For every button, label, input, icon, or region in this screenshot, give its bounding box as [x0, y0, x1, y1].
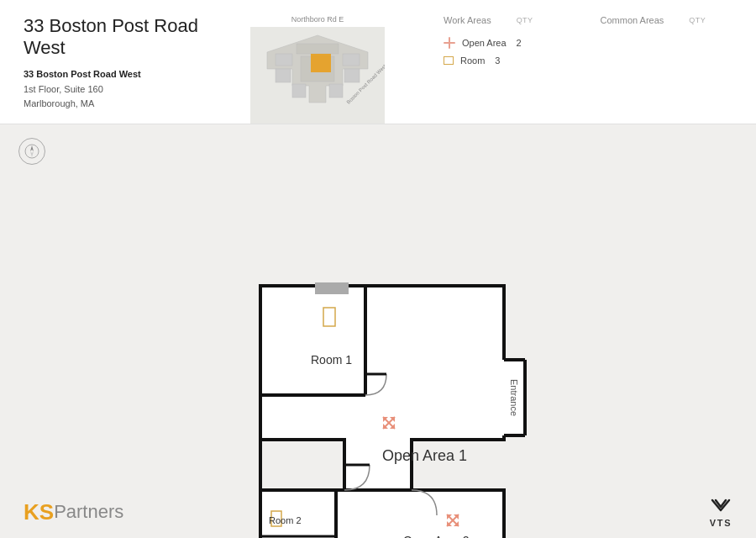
svg-rect-8 [292, 84, 306, 98]
legend-item-room: Room 3 [444, 55, 533, 66]
svg-rect-4 [276, 54, 292, 66]
map-image: Boston Post Road West [250, 27, 385, 124]
room2-label: Room 2 [269, 515, 302, 525]
map-street-label: Northboro Rd E [291, 15, 344, 24]
entrance-label: Entrance [509, 379, 519, 416]
common-areas-title: Common Areas [601, 15, 664, 25]
svg-rect-27 [336, 490, 504, 538]
header: 33 Boston Post Road West 33 Boston Post … [0, 0, 756, 124]
vts-logo-icon [709, 495, 732, 515]
svg-rect-6 [276, 69, 291, 82]
branding-ks-partners: KS Partners [24, 501, 123, 523]
vts-label: VTS [710, 518, 732, 528]
room-qty: 3 [495, 55, 500, 66]
floorplan-svg-container: Entrance [0, 124, 756, 538]
open-area1-label: Open Area 1 [382, 447, 467, 464]
open-area-label: Open Area [462, 38, 507, 48]
floorplan-svg: Entrance [0, 124, 756, 538]
open-area-icon [444, 37, 455, 49]
common-areas-qty-label: QTY [689, 16, 706, 24]
open-area2-label: Open Area 2 [403, 534, 470, 538]
address-line1: 33 Boston Post Road West [24, 67, 225, 82]
svg-rect-32 [315, 282, 349, 294]
svg-rect-10 [311, 54, 331, 72]
work-areas-legend: Work Areas QTY Open Area 2 Room 3 [444, 15, 533, 72]
room1-label: Room 1 [311, 353, 352, 367]
legend-item-open-area: Open Area 2 [444, 37, 533, 49]
open-area-qty: 2 [517, 38, 522, 48]
header-property-info: 33 Boston Post Road West 33 Boston Post … [24, 15, 225, 112]
brand-ks: KS [24, 501, 54, 523]
common-areas-legend: Common Areas QTY [601, 15, 706, 72]
svg-rect-7 [344, 69, 360, 82]
svg-rect-9 [329, 84, 343, 98]
room-label: Room [460, 55, 485, 66]
work-areas-title: Work Areas [444, 15, 491, 25]
room-icon [444, 56, 454, 65]
address-line3: Marlborough, MA [24, 97, 225, 112]
svg-rect-3 [297, 44, 339, 54]
mini-map: Northboro Rd E [242, 15, 393, 124]
property-title: 33 Boston Post Road West [24, 15, 225, 59]
address-line2: 1st Floor, Suite 160 [24, 82, 225, 98]
common-areas-header: Common Areas QTY [601, 15, 706, 25]
work-areas-qty-label: QTY [517, 16, 533, 24]
branding-vts: VTS [709, 495, 732, 528]
work-areas-header: Work Areas QTY [444, 15, 533, 25]
svg-rect-5 [343, 54, 360, 66]
floorplan-area: Entrance [0, 124, 756, 538]
legend-container: Work Areas QTY Open Area 2 Room 3 Common… [393, 15, 732, 72]
brand-partners: Partners [54, 503, 123, 521]
